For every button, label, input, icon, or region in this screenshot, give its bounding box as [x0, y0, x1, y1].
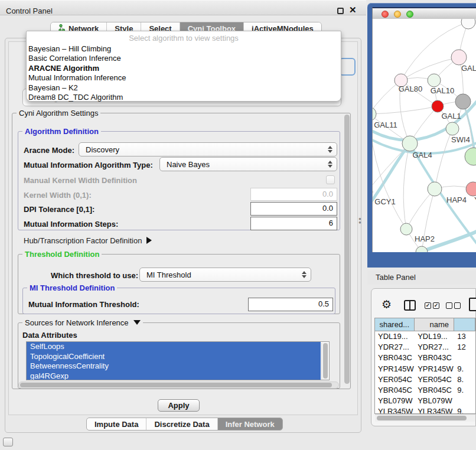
kernel-width-field[interactable]: 0.0: [250, 188, 337, 201]
apply-button[interactable]: Apply: [158, 399, 200, 412]
stepper-arrows-icon: [328, 146, 332, 153]
network-node[interactable]: [402, 136, 418, 151]
minimize-window-icon[interactable]: [394, 11, 401, 18]
manual-kernel-label: Manual Kernel Width Definition: [24, 176, 137, 185]
table-cell: 9.: [454, 364, 475, 374]
mi-steps-field[interactable]: 6: [250, 217, 337, 230]
dpi-tolerance-field[interactable]: 0.0: [250, 202, 337, 216]
table-cell: YDL19...: [415, 331, 454, 342]
algorithm-option[interactable]: Mutual Information Inference: [27, 73, 341, 83]
table-settings-gear-icon[interactable]: ⚙: [382, 298, 392, 311]
table-hscrollbar-thumb[interactable]: [377, 416, 467, 420]
sources-horizontal-scrollbar[interactable]: [18, 381, 339, 389]
column-header[interactable]: shared...: [375, 318, 415, 331]
data-attribute-item[interactable]: BetweennessCentrality: [27, 361, 321, 371]
mi-type-select[interactable]: Naive Bayes: [159, 157, 337, 171]
network-node[interactable]: [428, 74, 441, 87]
network-node-label: HAP4: [446, 195, 467, 204]
close-window-icon[interactable]: [382, 11, 389, 18]
tab-impute-data[interactable]: Impute Data: [87, 418, 146, 430]
table-row[interactable]: YLR345WYLR345W9.: [375, 406, 475, 414]
algorithm-dropdown-placeholder: Select algorithm to view settings: [27, 34, 341, 43]
tab-infer-network[interactable]: Infer Network: [218, 418, 282, 430]
network-node[interactable]: [416, 246, 428, 252]
network-node[interactable]: [451, 50, 467, 65]
manual-kernel-checkbox[interactable]: [326, 175, 335, 184]
expanded-arrow-icon: [133, 320, 141, 325]
table-cell: YLR345W: [415, 406, 454, 414]
stepper-arrows-icon: [302, 271, 307, 278]
sources-group-toggle[interactable]: Sources for Network Inference: [22, 319, 143, 327]
network-node[interactable]: [455, 94, 471, 109]
close-panel-icon[interactable]: ✕: [349, 5, 357, 15]
network-node[interactable]: [428, 182, 442, 196]
table-cell: YBL079W: [415, 396, 454, 406]
table-horizontal-scrollbar[interactable]: [375, 414, 475, 422]
algorithm-option[interactable]: Bayesian – K2: [27, 83, 341, 93]
settings-scrollbar[interactable]: [343, 114, 351, 388]
mi-type-label: Mutual Information Algorithm Type:: [24, 161, 153, 169]
table-row[interactable]: YBR043CYBR043C: [375, 353, 475, 363]
table-cell: 9.: [454, 406, 475, 414]
algorithm-option[interactable]: Dream8 DC_TDC Algorithm: [27, 93, 341, 102]
network-node[interactable]: [400, 223, 412, 235]
cyni-algorithm-settings-title: Cyni Algorithm Settings: [17, 109, 100, 117]
attributes-scrollbar-thumb[interactable]: [323, 343, 328, 379]
kernel-width-label: Kernel Width (0,1):: [24, 191, 92, 200]
table-cell: 12: [454, 342, 475, 353]
table-cell: YBL079W: [375, 396, 415, 406]
attributes-scrollbar[interactable]: [321, 343, 328, 380]
table-cell: YDR27...: [415, 342, 454, 353]
network-node-label: GAL1: [441, 112, 461, 120]
collapsed-arrow-icon: [146, 237, 152, 244]
network-window-titlebar[interactable]: [372, 7, 476, 19]
table-row[interactable]: YPR145WYPR145W9.: [375, 364, 475, 374]
data-attributes-list[interactable]: SelfLoopsTopologicalCoefficientBetweenne…: [26, 341, 330, 380]
table-cell: YBR045C: [415, 385, 454, 396]
table-row[interactable]: YER054CYER054C8.: [375, 374, 475, 385]
network-node[interactable]: [432, 100, 444, 112]
sources-hscrollbar-thumb[interactable]: [20, 383, 332, 387]
table-cell: YBR045C: [375, 385, 415, 396]
aracne-mode-select[interactable]: Discovery: [79, 142, 337, 156]
tab-discretize-data[interactable]: Discretize Data: [146, 418, 217, 430]
table-body: YDL19...YDL19...13YDR27...YDR27...12YBR0…: [375, 331, 475, 414]
hub-section-toggle[interactable]: Hub/Transcription Factor Definition: [24, 236, 152, 245]
table-cell: [454, 353, 475, 363]
network-node-label: GAL80: [399, 84, 422, 93]
table-cell: YPR145W: [375, 364, 415, 374]
network-canvas[interactable]: GALGAL80GAL10GAL1SWI4GAL11GAL4GCY1HAP4YH…: [373, 19, 476, 252]
table-row[interactable]: YBL079WYBL079W: [375, 396, 475, 406]
table-cell: 9.: [454, 385, 475, 396]
algorithm-option[interactable]: Bayesian – Hill Climbing: [27, 44, 341, 54]
algorithm-option[interactable]: ARACNE Algorithm: [27, 64, 341, 73]
network-node[interactable]: [446, 122, 459, 135]
export-table-icon[interactable]: [469, 298, 476, 311]
zoom-window-icon[interactable]: [406, 11, 413, 18]
table-cell: YBR043C: [375, 353, 415, 363]
network-node-label: GAL: [461, 64, 476, 73]
column-header[interactable]: [454, 318, 475, 331]
panel-divider-handle[interactable]: ●●: [358, 217, 362, 224]
select-all-columns-icon[interactable]: ✓✓: [425, 302, 439, 309]
unselect-all-columns-icon[interactable]: [446, 302, 461, 309]
which-threshold-label: Which threshold to use:: [51, 271, 138, 280]
data-attribute-item[interactable]: gal4RGexp: [27, 371, 321, 381]
network-node[interactable]: [465, 148, 476, 165]
table-row[interactable]: YBR045CYBR045C9.: [375, 385, 475, 396]
settings-scrollbar-thumb[interactable]: [344, 115, 350, 384]
which-threshold-select[interactable]: MI Threshold: [139, 268, 311, 282]
float-panel-button[interactable]: [337, 8, 344, 14]
mi-threshold-field[interactable]: 0.5: [248, 298, 333, 311]
data-attribute-item[interactable]: TopologicalCoefficient: [27, 352, 321, 362]
table-row[interactable]: YDL19...YDL19...13: [375, 331, 475, 342]
network-node[interactable]: [461, 19, 475, 29]
algorithm-option[interactable]: Basic Correlation Inference: [27, 54, 341, 63]
table-row[interactable]: YDR27...YDR27...12: [375, 342, 475, 353]
network-node[interactable]: [466, 182, 476, 196]
restore-panel-button[interactable]: [3, 438, 13, 446]
mi-threshold-group-title: MI Threshold Definition: [27, 284, 117, 292]
data-attribute-item[interactable]: SelfLoops: [27, 342, 321, 352]
show-columns-icon[interactable]: [404, 300, 416, 311]
column-header[interactable]: name: [415, 318, 454, 331]
